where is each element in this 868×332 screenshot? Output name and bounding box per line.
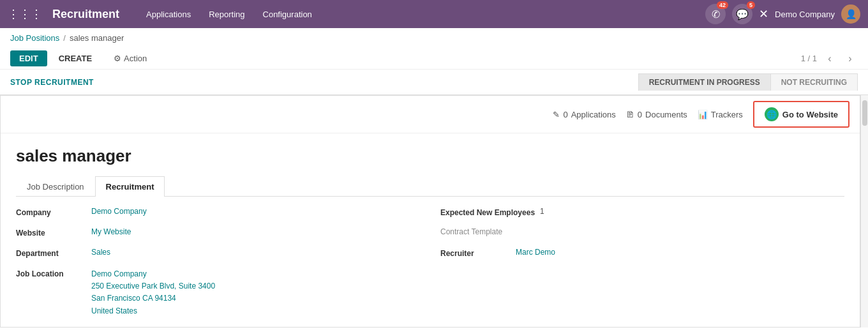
chat-badge: 5 xyxy=(747,1,755,9)
next-button[interactable]: › xyxy=(842,51,858,66)
breadcrumb-separator: / xyxy=(63,33,66,43)
documents-count: 0 xyxy=(638,110,642,119)
create-button[interactable]: CREATE xyxy=(52,50,98,66)
documents-label: Documents xyxy=(645,110,687,119)
app-title: Recruitment xyxy=(52,8,119,21)
contract-template-field: Contract Template xyxy=(440,227,844,243)
expected-employees-label: Expected New Employees xyxy=(440,207,535,217)
prev-button[interactable]: ‹ xyxy=(822,51,837,66)
right-fields: Expected New Employees 1 Contract Templa… xyxy=(440,207,844,317)
recruiter-field: Recruiter Marc Demo xyxy=(440,248,844,263)
close-icon[interactable]: ✕ xyxy=(759,7,768,21)
job-location-label: Job Location xyxy=(16,268,86,278)
job-location-field: Job Location Demo Company 250 Executive … xyxy=(16,268,420,317)
expected-employees-field: Expected New Employees 1 xyxy=(440,207,844,222)
go-to-website-button[interactable]: 🌐 Go to Website xyxy=(753,101,849,128)
status-tab-recruiting[interactable]: RECRUITMENT IN PROGRESS xyxy=(638,73,770,91)
breadcrumb-current: sales manager xyxy=(70,33,124,43)
scrollbar[interactable] xyxy=(860,95,868,328)
navbar-right: ✆ 42 💬 5 ✕ Demo Company 👤 xyxy=(705,4,860,24)
job-location-company: Demo Company xyxy=(91,268,215,280)
website-value[interactable]: My Website xyxy=(91,227,131,236)
status-bar: STOP RECRUITMENT RECRUITMENT IN PROGRESS… xyxy=(0,70,868,95)
department-label: Department xyxy=(16,248,86,258)
status-tabs: RECRUITMENT IN PROGRESS NOT RECRUITING xyxy=(638,73,858,91)
activity-icon[interactable]: ✆ 42 xyxy=(705,4,726,24)
trackers-button[interactable]: 📊 Trackers xyxy=(698,110,743,119)
left-fields: Company Demo Company Website My Website … xyxy=(16,207,420,317)
company-name: Demo Company xyxy=(775,10,835,19)
chat-icon[interactable]: 💬 5 xyxy=(732,4,752,24)
pagination-text: 1 / 1 xyxy=(801,54,817,63)
applications-label: Applications xyxy=(571,110,616,119)
applications-count: 0 xyxy=(563,110,567,119)
content-panel: ✎ 0 Applications 🖹 0 Documents 📊 Tracker… xyxy=(0,95,860,328)
pencil-icon: ✎ xyxy=(553,110,560,119)
content-top-bar: ✎ 0 Applications 🖹 0 Documents 📊 Tracker… xyxy=(1,96,860,133)
main-content: ✎ 0 Applications 🖹 0 Documents 📊 Tracker… xyxy=(0,95,868,328)
action-label: Action xyxy=(124,54,147,63)
company-label: Company xyxy=(16,207,86,217)
department-value[interactable]: Sales xyxy=(91,248,110,257)
globe-icon: 🌐 xyxy=(765,107,779,121)
breadcrumb: Job Positions / sales manager xyxy=(0,28,868,48)
go-to-website-label: Go to Website xyxy=(782,110,838,119)
record-tabs: Job Description Recruitment xyxy=(16,176,844,197)
tab-recruitment[interactable]: Recruitment xyxy=(95,176,165,197)
edit-button[interactable]: EDIT xyxy=(10,50,47,66)
recruiter-value[interactable]: Marc Demo xyxy=(516,248,555,257)
record-area: sales manager Job Description Recruitmen… xyxy=(1,133,860,328)
company-field: Company Demo Company xyxy=(16,207,420,222)
company-value[interactable]: Demo Company xyxy=(91,207,147,216)
applications-button[interactable]: ✎ 0 Applications xyxy=(553,110,615,119)
action-bar: EDIT CREATE ⚙ Action 1 / 1 ‹ › xyxy=(0,48,868,70)
expected-employees-value: 1 xyxy=(540,207,544,216)
nav-applications[interactable]: Applications xyxy=(140,7,197,22)
website-field: Website My Website xyxy=(16,227,420,243)
job-location-country: United States xyxy=(91,305,215,317)
recruiter-label: Recruiter xyxy=(440,248,511,258)
document-icon: 🖹 xyxy=(626,110,634,119)
user-avatar[interactable]: 👤 xyxy=(841,4,860,24)
pagination-area: 1 / 1 ‹ › xyxy=(801,51,858,66)
scrollbar-thumb[interactable] xyxy=(862,100,867,126)
record-title: sales manager xyxy=(16,146,844,166)
nav-reporting[interactable]: Reporting xyxy=(202,7,251,22)
gear-icon: ⚙ xyxy=(114,54,121,63)
job-location-city: San Francisco CA 94134 xyxy=(91,292,215,305)
tab-job-description[interactable]: Job Description xyxy=(16,176,95,197)
department-field: Department Sales xyxy=(16,248,420,263)
nav-menu: Applications Reporting Configuration xyxy=(140,7,695,22)
form-fields: Company Demo Company Website My Website … xyxy=(16,207,844,317)
grid-icon[interactable]: ⋮⋮⋮ xyxy=(8,7,42,21)
stop-recruitment-button[interactable]: STOP RECRUITMENT xyxy=(10,78,94,87)
trackers-label: Trackers xyxy=(711,110,743,119)
website-label: Website xyxy=(16,227,86,238)
job-location-address: 250 Executive Park Blvd, Suite 3400 xyxy=(91,280,215,292)
documents-button[interactable]: 🖹 0 Documents xyxy=(626,110,687,119)
nav-configuration[interactable]: Configuration xyxy=(257,7,318,22)
activity-badge: 42 xyxy=(717,1,728,9)
breadcrumb-parent[interactable]: Job Positions xyxy=(10,33,59,43)
navbar: ⋮⋮⋮ Recruitment Applications Reporting C… xyxy=(0,0,868,28)
contract-template-label: Contract Template xyxy=(440,227,523,236)
status-tab-not-recruiting[interactable]: NOT RECRUITING xyxy=(770,73,858,91)
action-menu[interactable]: ⚙ Action xyxy=(114,54,147,63)
chart-icon: 📊 xyxy=(698,110,708,119)
job-location-value[interactable]: Demo Company 250 Executive Park Blvd, Su… xyxy=(91,268,215,317)
